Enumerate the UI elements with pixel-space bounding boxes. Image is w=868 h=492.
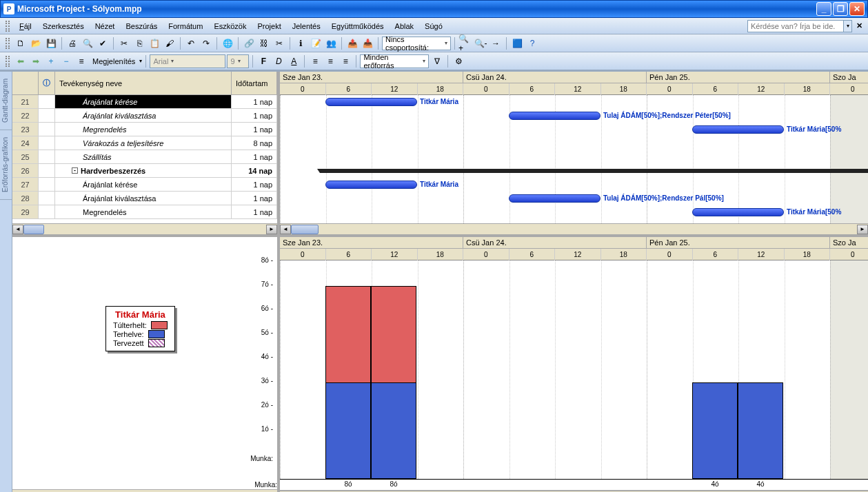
nav-back-icon[interactable]: ⬅ [14,54,28,68]
maximize-button[interactable]: ❐ [833,2,848,16]
show-icon[interactable]: ≡ [74,54,88,68]
col-header-info[interactable]: ⓘ [39,72,55,94]
gantt-bar[interactable] [509,112,600,120]
paste-icon[interactable]: 📋 [148,37,161,50]
font-combo[interactable]: Arial▾ [150,54,225,68]
table-row[interactable]: 25Szállítás1 nap [12,150,277,164]
table-row[interactable]: 26-Hardverbeszerzés14 nap [12,164,277,178]
split-icon[interactable]: ✂ [272,37,286,50]
help-search-input[interactable] [747,20,844,32]
close-button[interactable]: ✕ [849,2,865,16]
col-header-name[interactable]: Tevékenység neve [55,72,232,94]
note-icon[interactable]: 📝 [309,37,323,50]
nav-plus-icon[interactable]: + [44,54,58,68]
import-icon[interactable]: 📥 [361,37,374,50]
publish-icon[interactable]: 📤 [345,37,359,50]
menu-edit[interactable]: Szerkesztés [37,20,90,32]
timeline-hour: 18 [601,83,647,95]
save-icon[interactable]: 💾 [44,37,58,50]
table-hscroll[interactable]: ◄ ► [12,223,277,234]
group-combo[interactable]: Nincs csoportosítá:▾ [382,37,451,50]
col-header-dur[interactable]: Időtartam [232,72,277,94]
bold-icon[interactable]: F [256,54,270,68]
new-icon[interactable]: 🗋 [14,37,28,50]
legend-row: Terhelve: [113,330,168,338]
summary-bar[interactable] [320,169,868,173]
side-tab-gantt[interactable]: Gantt-diagram [0,72,12,130]
table-row[interactable]: 27Árajánlat kérése1 nap [12,178,277,192]
spell-icon[interactable]: ✔ [96,37,110,50]
cut-icon[interactable]: ✂ [117,37,131,50]
align-left-icon[interactable]: ≡ [308,54,322,68]
goto-icon[interactable]: → [489,37,503,50]
align-center-icon[interactable]: ≡ [323,54,337,68]
toolbar-handle[interactable] [6,21,10,32]
menu-report[interactable]: Jelentés [287,20,326,32]
ms-icon[interactable]: 🟦 [510,37,524,50]
unlink-icon[interactable]: ⛓ [257,37,271,50]
scroll-left-icon[interactable]: ◄ [12,225,23,234]
col-header-row[interactable] [12,72,39,94]
help-icon[interactable]: ? [525,37,539,50]
table-row[interactable]: 22Árajánlat kiválasztása1 nap [12,109,277,123]
assign-icon[interactable]: 👥 [324,37,338,50]
graph-footer-label: 4ó [738,480,783,488]
menu-collab[interactable]: Együttműködés [326,20,390,32]
table-row[interactable]: 29Megrendelés1 nap [12,205,277,219]
graph-bar-loaded [738,382,783,479]
timeline-hour: 6 [509,249,556,260]
toolbar-handle[interactable] [6,56,10,67]
nav-minus-icon[interactable]: − [59,54,73,68]
menu-help[interactable]: Súgó [419,20,448,32]
menu-format[interactable]: Formátum [163,20,208,32]
help-search-dropdown[interactable]: ▾ [844,20,852,32]
gantt-bar[interactable] [692,125,784,134]
table-row[interactable]: 24Várakozás a teljesítésre8 nap [12,136,277,150]
resource-combo[interactable]: Minden erőforrás▾ [360,54,429,68]
doc-close-button[interactable]: ✕ [856,21,862,30]
menu-project[interactable]: Projekt [252,20,286,32]
gantt-hscroll[interactable]: ◄► [280,223,868,234]
legend-hscroll[interactable]: ◄► [12,489,277,492]
gantt-chart[interactable]: Sze Jan 23.061218Csü Jan 24.061218Pén Ja… [280,72,868,234]
scroll-right-icon[interactable]: ► [266,225,277,234]
size-combo[interactable]: 9▾ [227,54,249,68]
gantt-bar[interactable] [692,208,784,216]
menu-file[interactable]: Fájl [14,20,37,32]
side-tab-resource[interactable]: Erőforrás-grafikon [0,130,12,200]
table-row[interactable]: 21Árajánlat kérése1 nap [12,95,277,109]
nav-fwd-icon[interactable]: ➡ [29,54,43,68]
align-right-icon[interactable]: ≡ [339,54,352,68]
redo-icon[interactable]: ↷ [199,37,213,50]
menu-tools[interactable]: Eszközök [208,20,252,32]
preview-icon[interactable]: 🔍 [81,37,94,50]
gantt-bar[interactable] [509,194,600,203]
gantt-bar[interactable] [325,181,417,189]
toolbar-handle[interactable] [6,38,10,49]
format-painter-icon[interactable]: 🖌 [163,37,176,50]
zoom-out-icon[interactable]: 🔍- [474,37,487,50]
copy-icon[interactable]: ⎘ [132,37,146,50]
gantt-bar[interactable] [325,98,417,106]
timeline-hour: 0 [463,249,509,260]
underline-icon[interactable]: A [287,54,301,68]
menu-insert[interactable]: Beszúrás [120,20,163,32]
undo-icon[interactable]: ↶ [184,37,198,50]
filter-icon[interactable]: ∇ [430,54,444,68]
print-icon[interactable]: 🖨 [65,37,79,50]
link-tasks-icon[interactable]: 🔗 [242,37,256,50]
resource-graph[interactable]: Sze Jan 23.061218Csü Jan 24.061218Pén Ja… [280,237,868,492]
minimize-button[interactable]: _ [816,2,831,16]
view-label[interactable]: Megjelenítés [90,57,138,65]
zoom-in-icon[interactable]: 🔍+ [458,37,472,50]
table-row[interactable]: 23Megrendelés1 nap [12,123,277,136]
link-icon[interactable]: 🌐 [221,37,234,50]
italic-icon[interactable]: D [272,54,285,68]
menu-window[interactable]: Ablak [390,20,420,32]
info-icon[interactable]: ℹ [294,37,307,50]
menu-view[interactable]: Nézet [90,20,121,32]
open-icon[interactable]: 📂 [29,37,43,50]
table-row[interactable]: 28Árajánlat kiválasztása1 nap [12,192,277,205]
autofilter-icon[interactable]: ⚙ [452,54,465,68]
scroll-thumb[interactable] [23,225,44,234]
